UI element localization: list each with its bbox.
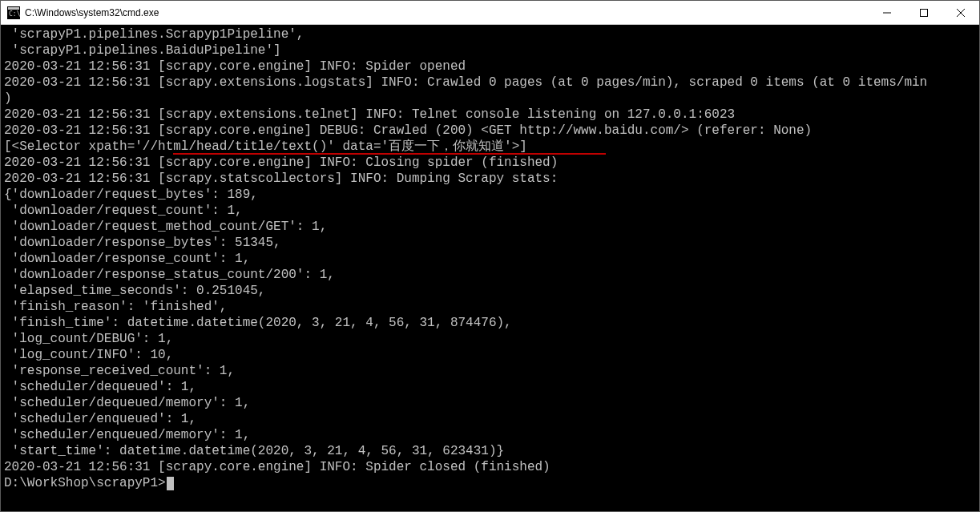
terminal-line: 'scheduler/dequeued': 1,: [4, 379, 976, 395]
terminal-line: 'scheduler/enqueued': 1,: [4, 411, 976, 427]
svg-rect-4: [921, 10, 928, 17]
terminal-line: 2020-03-21 12:56:31 [scrapy.extensions.t…: [4, 107, 976, 123]
terminal-line: 'scrapyP1.pipelines.Scrapyp1Pipeline',: [4, 26, 976, 42]
terminal-line: [<Selector xpath='//html/head/title/text…: [4, 139, 976, 155]
maximize-button[interactable]: [905, 1, 942, 25]
terminal-line: 'start_time': datetime.datetime(2020, 3,…: [4, 443, 976, 459]
terminal-line: 'downloader/response_bytes': 51345,: [4, 235, 976, 251]
terminal-line: 'scheduler/dequeued/memory': 1,: [4, 395, 976, 411]
minimize-button[interactable]: [869, 1, 905, 25]
terminal-line: 2020-03-21 12:56:31 [scrapy.core.engine]…: [4, 155, 976, 171]
terminal-line: 'log_count/INFO': 10,: [4, 347, 976, 363]
terminal-line: 'finish_reason': 'finished',: [4, 299, 976, 315]
terminal-line: 'finish_time': datetime.datetime(2020, 3…: [4, 315, 976, 331]
svg-rect-1: [8, 7, 19, 10]
terminal-line: 'scrapyP1.pipelines.BaiduPipeline']: [4, 42, 976, 58]
terminal-line: 'response_received_count': 1,: [4, 363, 976, 379]
window-controls: [869, 1, 979, 24]
terminal-line: 2020-03-21 12:56:31 [scrapy.extensions.l…: [4, 75, 976, 91]
terminal-output[interactable]: 'scrapyP1.pipelines.Scrapyp1Pipeline', '…: [1, 25, 979, 511]
annotation-underline: [173, 153, 606, 155]
terminal-line: 2020-03-21 12:56:31 [scrapy.core.engine]…: [4, 123, 976, 139]
cmd-icon: C:\: [7, 6, 20, 19]
svg-text:C:\: C:\: [9, 10, 20, 18]
terminal-line: D:\WorkShop\scrapyP1>: [4, 475, 976, 491]
window-title: C:\Windows\system32\cmd.exe: [25, 7, 869, 18]
terminal-line: 2020-03-21 12:56:31 [scrapy.statscollect…: [4, 171, 976, 187]
close-button[interactable]: [942, 1, 979, 25]
terminal-line: ): [4, 91, 976, 107]
window-titlebar: C:\ C:\Windows\system32\cmd.exe: [1, 1, 979, 25]
terminal-line: 'scheduler/enqueued/memory': 1,: [4, 427, 976, 443]
terminal-line: 'downloader/response_status_count/200': …: [4, 267, 976, 283]
terminal-line: 2020-03-21 12:56:31 [scrapy.core.engine]…: [4, 58, 976, 75]
terminal-line: 2020-03-21 12:56:31 [scrapy.core.engine]…: [4, 459, 976, 475]
terminal-line: 'downloader/request_method_count/GET': 1…: [4, 219, 976, 235]
cursor: [167, 477, 174, 490]
terminal-line: 'log_count/DEBUG': 1,: [4, 331, 976, 347]
terminal-line: 'downloader/response_count': 1,: [4, 251, 976, 267]
terminal-line: 'downloader/request_count': 1,: [4, 203, 976, 219]
terminal-line: 'elapsed_time_seconds': 0.251045,: [4, 283, 976, 299]
terminal-line: {'downloader/request_bytes': 189,: [4, 187, 976, 203]
